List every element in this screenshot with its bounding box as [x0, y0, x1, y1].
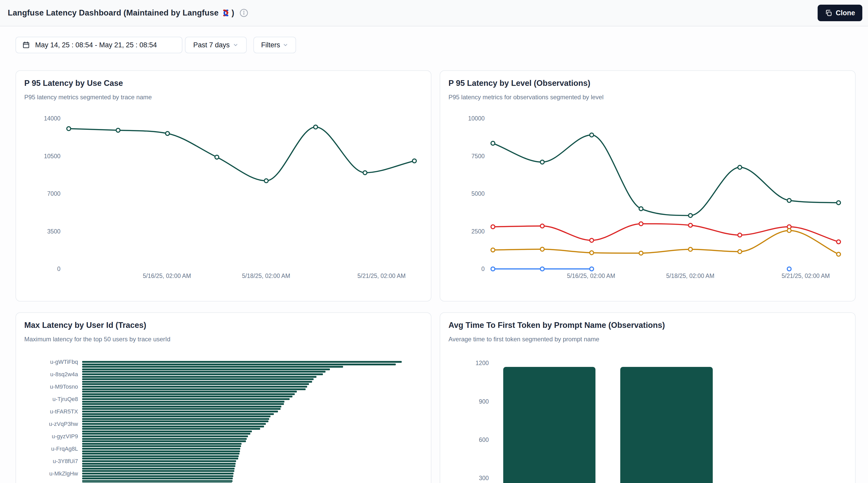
- hbar[interactable]: [82, 396, 292, 397]
- line-chart-plot[interactable]: [491, 118, 845, 269]
- data-point-teal[interactable]: [491, 141, 495, 145]
- hbar[interactable]: [82, 371, 326, 373]
- data-point-teal[interactable]: [67, 127, 71, 131]
- hbar[interactable]: [82, 433, 250, 435]
- data-point-amber[interactable]: [590, 251, 594, 255]
- data-point-teal[interactable]: [363, 171, 367, 174]
- hbar[interactable]: [82, 441, 246, 442]
- data-point-red[interactable]: [639, 222, 643, 226]
- data-point-teal[interactable]: [639, 207, 643, 211]
- page-title: Langfuse Latency Dashboard (Maintained b…: [8, 8, 234, 18]
- hbar[interactable]: [82, 378, 314, 380]
- data-point-teal[interactable]: [590, 133, 594, 137]
- hbar[interactable]: [82, 460, 236, 462]
- data-point-teal[interactable]: [738, 166, 742, 169]
- data-point-teal[interactable]: [837, 201, 841, 204]
- hbar[interactable]: [82, 368, 330, 370]
- hbar[interactable]: [82, 408, 281, 410]
- data-point-red[interactable]: [688, 223, 692, 227]
- data-point-teal[interactable]: [314, 125, 317, 129]
- data-point-amber[interactable]: [787, 229, 791, 232]
- hbar[interactable]: [82, 463, 236, 465]
- chart-title: Avg Time To First Token by Prompt Name (…: [448, 321, 665, 330]
- hbar[interactable]: [82, 430, 252, 432]
- data-point-teal[interactable]: [540, 160, 544, 164]
- hbar[interactable]: [82, 420, 269, 422]
- data-point-teal[interactable]: [264, 179, 268, 183]
- hbar[interactable]: [82, 403, 284, 405]
- hbar[interactable]: [82, 410, 278, 413]
- data-point-blue[interactable]: [491, 267, 495, 271]
- hbar[interactable]: [82, 453, 240, 455]
- hbar[interactable]: [82, 388, 306, 390]
- vbar[interactable]: [620, 367, 713, 483]
- line-series-teal: [69, 127, 414, 181]
- hbar[interactable]: [82, 413, 274, 415]
- hbar[interactable]: [82, 443, 242, 445]
- hbar[interactable]: [82, 426, 264, 427]
- data-point-red[interactable]: [590, 238, 594, 242]
- hbar[interactable]: [82, 364, 396, 365]
- hbar[interactable]: [82, 383, 309, 385]
- line-chart-plot[interactable]: [67, 118, 421, 269]
- hbar[interactable]: [82, 468, 235, 470]
- hbar[interactable]: [82, 475, 233, 477]
- info-icon[interactable]: [240, 8, 248, 17]
- y-tick-label: 300: [448, 475, 489, 482]
- hbar[interactable]: [82, 393, 295, 395]
- hbar[interactable]: [82, 428, 260, 430]
- data-point-amber[interactable]: [491, 248, 495, 252]
- hbar[interactable]: [82, 435, 248, 437]
- hbar[interactable]: [82, 391, 297, 393]
- hbar[interactable]: [82, 445, 241, 447]
- hbar[interactable]: [82, 455, 239, 457]
- data-point-amber[interactable]: [837, 252, 841, 256]
- data-point-amber[interactable]: [738, 250, 742, 254]
- horizontal-bar-chart-plot[interactable]: u-gWTiFbqu-8sq2w4au-M9Tosnou-TjruQe8u-tF…: [24, 361, 424, 483]
- hbar[interactable]: [82, 398, 289, 400]
- data-point-teal[interactable]: [787, 199, 791, 202]
- hbar[interactable]: [82, 401, 284, 403]
- data-point-blue[interactable]: [787, 267, 791, 271]
- hbar[interactable]: [82, 458, 238, 459]
- hbar[interactable]: [82, 386, 307, 388]
- clone-button[interactable]: Clone: [817, 5, 862, 21]
- hbar[interactable]: [82, 480, 232, 482]
- data-point-teal[interactable]: [412, 159, 416, 163]
- data-point-blue[interactable]: [590, 267, 594, 271]
- data-point-amber[interactable]: [639, 251, 643, 255]
- hbar[interactable]: [82, 418, 269, 420]
- hbar[interactable]: [82, 406, 281, 407]
- hbar[interactable]: [82, 465, 235, 467]
- time-preset-dropdown[interactable]: Past 7 days: [185, 37, 247, 53]
- hbar[interactable]: [82, 438, 247, 440]
- data-point-teal[interactable]: [165, 132, 169, 136]
- hbar[interactable]: [82, 478, 233, 479]
- hbar[interactable]: [82, 473, 234, 475]
- hbar[interactable]: [82, 361, 402, 363]
- filters-dropdown[interactable]: Filters: [253, 37, 296, 53]
- data-point-teal[interactable]: [688, 214, 692, 218]
- hbar[interactable]: [82, 450, 240, 452]
- data-point-blue[interactable]: [540, 267, 544, 271]
- data-point-red[interactable]: [738, 233, 742, 237]
- data-point-amber[interactable]: [540, 247, 544, 251]
- data-point-red[interactable]: [491, 225, 495, 229]
- hbar[interactable]: [82, 366, 343, 368]
- data-point-teal[interactable]: [116, 128, 120, 132]
- data-point-amber[interactable]: [688, 248, 692, 251]
- hbar[interactable]: [82, 381, 312, 383]
- hbar[interactable]: [82, 376, 316, 378]
- hbar[interactable]: [82, 373, 323, 375]
- data-point-red[interactable]: [540, 224, 544, 228]
- hbar[interactable]: [82, 423, 266, 425]
- data-point-teal[interactable]: [215, 155, 219, 159]
- data-point-red[interactable]: [837, 240, 841, 244]
- hbar[interactable]: [82, 470, 234, 472]
- date-range-picker[interactable]: May 14, 25 : 08:54 - May 21, 25 : 08:54: [16, 37, 182, 53]
- y-tick-label: 10000: [448, 115, 485, 122]
- bar-chart-plot[interactable]: [494, 360, 848, 483]
- hbar[interactable]: [82, 416, 271, 417]
- vbar[interactable]: [503, 367, 596, 483]
- hbar[interactable]: [82, 448, 240, 450]
